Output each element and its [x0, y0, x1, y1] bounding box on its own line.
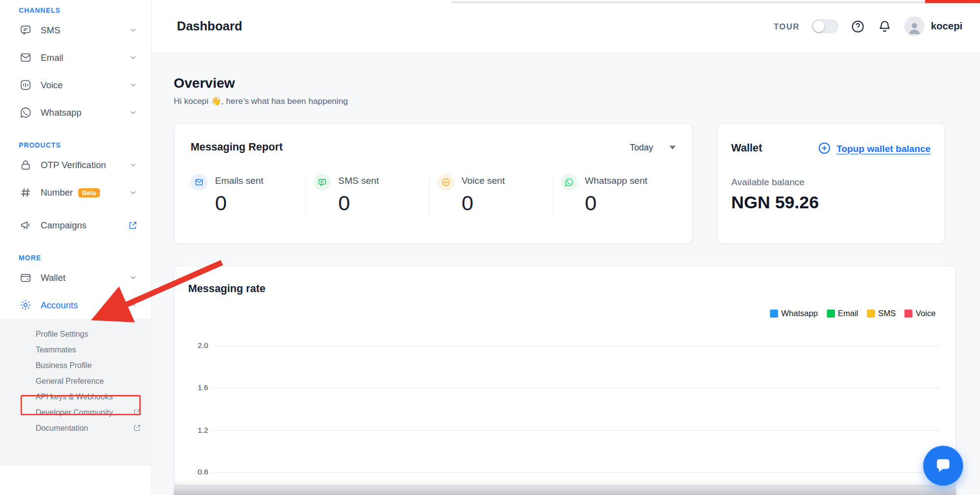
- sms-icon: [314, 174, 331, 191]
- submenu-item-general-preference[interactable]: General Preference: [0, 373, 151, 389]
- lock-icon: [19, 158, 32, 172]
- y-tick-label: 2.0: [183, 341, 208, 350]
- chart-legend: Whatsapp Email SMS Voice: [186, 309, 936, 318]
- messaging-report-card: Messaging Report Today Emails sent 0: [174, 123, 693, 244]
- stat-label: Emails sent: [215, 175, 264, 186]
- stat-voice-sent: Voice sent 0: [429, 175, 553, 215]
- submenu-item-label: Teammates: [36, 346, 142, 354]
- submenu-item-label: Profile Settings: [36, 330, 142, 339]
- gear-icon: [19, 298, 32, 312]
- app-viewport: CHANNELS SMS Email Voice: [0, 0, 980, 495]
- chevron-down-icon: [129, 188, 138, 197]
- sidebar-item-campaigns[interactable]: Campaigns: [0, 211, 151, 239]
- sidebar-item-label: Campaigns: [41, 220, 128, 230]
- voice-icon: [437, 174, 454, 191]
- sidebar-item-email[interactable]: Email: [0, 44, 151, 71]
- wallet-title: Wallet: [731, 142, 762, 155]
- sidebar-item-accounts[interactable]: Accounts: [0, 291, 151, 319]
- submenu-item-api-keys-webhooks[interactable]: API keys & Webhooks: [0, 389, 151, 404]
- stat-label: Whatsapp sent: [585, 175, 648, 186]
- campaigns-icon: [19, 218, 32, 232]
- gridline: 1.6: [213, 388, 940, 388]
- stat-value: 0: [338, 191, 379, 215]
- external-link-icon: [133, 408, 142, 417]
- stat-whatsapp-sent: Whatsapp sent 0: [552, 175, 676, 215]
- gridline: 1.2: [213, 430, 940, 431]
- topup-wallet-link[interactable]: Topup wallet balance: [818, 141, 931, 155]
- stat-label: Voice sent: [462, 175, 505, 186]
- period-dropdown[interactable]: Today: [630, 143, 676, 152]
- submenu-item-developer-community[interactable]: Developer Community: [0, 404, 151, 420]
- sidebar-item-otp-verification[interactable]: OTP Verification: [0, 151, 151, 179]
- legend-label: Whatsapp: [781, 309, 818, 318]
- legend-swatch: [770, 309, 778, 318]
- notifications-bell-icon[interactable]: [878, 19, 892, 33]
- sidebar-item-sms[interactable]: SMS: [0, 16, 151, 44]
- stat-sms-sent: SMS sent 0: [306, 175, 429, 215]
- sidebar-item-label: Number: [41, 188, 73, 198]
- sms-icon: [19, 23, 32, 37]
- legend-item-whatsapp: Whatsapp: [770, 309, 818, 318]
- stat-value: 0: [462, 191, 505, 215]
- submenu-item-label: Developer Community: [36, 408, 133, 417]
- submenu-item-label: Business Profile: [36, 361, 142, 370]
- stat-value: 0: [215, 191, 264, 215]
- submenu-item-label: General Preference: [36, 376, 142, 385]
- period-value: Today: [630, 143, 653, 152]
- wallet-icon: [19, 271, 32, 284]
- overview-subtitle: Hi kocepi 👋, here’s what has been happen…: [174, 96, 348, 105]
- user-menu[interactable]: kocepi: [905, 16, 962, 36]
- help-icon[interactable]: [851, 19, 865, 33]
- legend-label: Voice: [916, 309, 936, 318]
- y-tick-label: 0.8: [183, 468, 208, 476]
- topup-label: Topup wallet balance: [836, 143, 931, 153]
- sidebar-item-wallet[interactable]: Wallet: [0, 264, 151, 291]
- overview-header: Overview Hi kocepi 👋, here’s what has be…: [174, 75, 348, 106]
- window-top-edge: [451, 1, 975, 3]
- page-title: Dashboard: [177, 19, 242, 33]
- messaging-report-title: Messaging Report: [191, 141, 283, 154]
- submenu-item-documentation[interactable]: Documentation: [0, 420, 151, 436]
- sidebar-item-whatsapp[interactable]: Whatsapp: [0, 99, 151, 126]
- available-balance-value: NGN 59.26: [731, 193, 931, 213]
- whatsapp-icon: [19, 106, 32, 120]
- plus-circle-icon: [818, 141, 832, 155]
- messaging-rate-card: Messaging rate Whatsapp Email SMS Voice …: [174, 266, 956, 486]
- submenu-item-business-profile[interactable]: Business Profile: [0, 358, 151, 373]
- chat-widget-button[interactable]: [923, 446, 963, 486]
- chevron-down-icon: [129, 108, 138, 117]
- chevron-up-icon: [129, 301, 138, 310]
- external-link-icon: [133, 424, 142, 432]
- gridline: 2.0: [213, 346, 940, 346]
- avatar: [905, 16, 925, 36]
- chevron-down-icon: [129, 53, 138, 62]
- sidebar-section-channels: CHANNELS: [19, 6, 151, 14]
- legend-item-email: Email: [827, 309, 858, 318]
- legend-item-sms: SMS: [867, 309, 896, 318]
- y-tick-label: 1.6: [183, 383, 208, 392]
- beta-badge: Beta: [78, 188, 100, 197]
- submenu-item-teammates[interactable]: Teammates: [0, 342, 151, 358]
- sidebar-item-label: Wallet: [41, 272, 129, 282]
- tour-toggle[interactable]: [812, 20, 838, 33]
- external-link-icon: [128, 221, 137, 230]
- sidebar-item-label: OTP Verification: [41, 160, 129, 170]
- sidebar-item-label: Email: [41, 52, 129, 62]
- submenu-item-label: API keys & Webhooks: [36, 392, 142, 401]
- submenu-item-label: Documentation: [36, 423, 133, 432]
- chevron-down-icon: [669, 146, 676, 149]
- username: kocepi: [931, 21, 963, 32]
- sidebar-item-voice[interactable]: Voice: [0, 71, 151, 99]
- whatsapp-icon: [561, 174, 577, 191]
- available-balance-label: Available balance: [731, 176, 931, 187]
- submenu-item-profile-settings[interactable]: Profile Settings: [0, 326, 151, 342]
- cut-off-red-element: [925, 0, 980, 3]
- legend-label: Email: [838, 309, 858, 318]
- overview-title: Overview: [174, 75, 348, 91]
- sidebar-item-number[interactable]: Number Beta: [0, 179, 151, 206]
- topbar: Dashboard TOUR kocepi: [152, 0, 980, 53]
- chevron-down-icon: [129, 273, 138, 282]
- sidebar-item-label: Accounts: [41, 300, 129, 310]
- chevron-down-icon: [129, 161, 138, 170]
- legend-label: SMS: [878, 309, 896, 318]
